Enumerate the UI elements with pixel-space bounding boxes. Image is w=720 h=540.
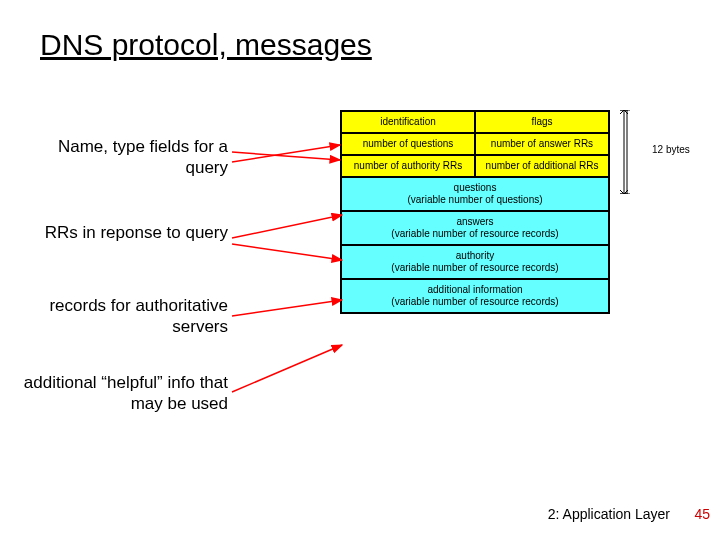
label-records: records for authoritative servers: [18, 295, 228, 338]
body-row-authority: authority(variable number of resource re…: [341, 245, 609, 279]
cell-questions: questions(variable number of questions): [341, 177, 609, 211]
svg-line-7: [232, 244, 342, 260]
bytes-label: 12 bytes: [652, 144, 690, 155]
svg-line-4: [232, 152, 340, 160]
footer-text: 2: Application Layer: [548, 506, 670, 522]
cell-num-additional-rrs: number of additional RRs: [475, 155, 609, 177]
svg-line-8: [232, 300, 342, 316]
cell-num-answer-rrs: number of answer RRs: [475, 133, 609, 155]
cell-authority: authority(variable number of resource re…: [341, 245, 609, 279]
cell-identification: identification: [341, 111, 475, 133]
page-number: 45: [694, 506, 710, 522]
svg-line-6: [232, 215, 342, 238]
svg-line-2: [620, 190, 624, 194]
header-row-2: number of questions number of answer RRs: [341, 133, 609, 155]
label-name-type: Name, type fields for a query: [18, 136, 228, 179]
cell-answers: answers(variable number of resource reco…: [341, 211, 609, 245]
svg-line-0: [620, 110, 624, 114]
cell-flags: flags: [475, 111, 609, 133]
dns-message-diagram: identification flags number of questions…: [340, 110, 610, 314]
slide-title: DNS protocol, messages: [40, 28, 372, 62]
svg-line-5: [232, 145, 340, 162]
body-row-additional: additional information(variable number o…: [341, 279, 609, 313]
header-row-3: number of authority RRs number of additi…: [341, 155, 609, 177]
header-row-1: identification flags: [341, 111, 609, 133]
label-rrs: RRs in reponse to query: [18, 222, 228, 243]
cell-num-authority-rrs: number of authority RRs: [341, 155, 475, 177]
cell-additional: additional information(variable number o…: [341, 279, 609, 313]
cell-num-questions: number of questions: [341, 133, 475, 155]
body-row-answers: answers(variable number of resource reco…: [341, 211, 609, 245]
bytes-bracket-icon: [620, 110, 650, 194]
label-additional: additional “helpful” info that may be us…: [18, 372, 228, 415]
body-row-questions: questions(variable number of questions): [341, 177, 609, 211]
svg-line-9: [232, 345, 342, 392]
